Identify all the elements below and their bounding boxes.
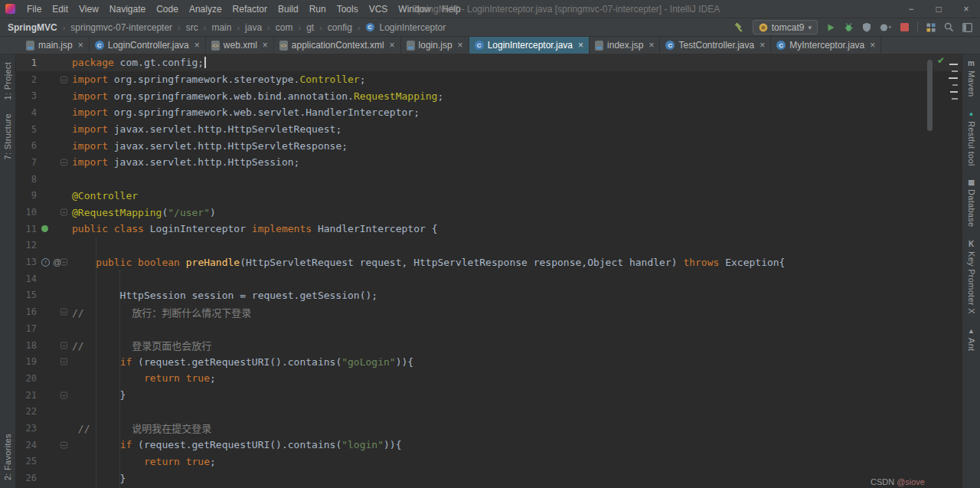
close-tab-icon[interactable]: × xyxy=(760,41,765,50)
code-text[interactable]: import javax.servlet.http.HttpServletReq… xyxy=(72,123,341,135)
code-text[interactable]: // 放行：判断什么情况下登录 xyxy=(72,305,251,319)
fold-marker-icon[interactable]: − xyxy=(60,159,67,165)
code-text[interactable]: if (request.getRequestURI().contains("go… xyxy=(72,356,413,368)
menu-run[interactable]: Run xyxy=(304,2,332,17)
code-text[interactable]: import javax.servlet.http.HttpSession; xyxy=(72,156,299,168)
coverage-icon[interactable] xyxy=(862,22,871,32)
breadcrumb-item-logininterceptor[interactable]: LoginInterceptor xyxy=(380,22,446,33)
code-text[interactable]: public class LoginInterceptor implements… xyxy=(72,223,437,234)
code-text[interactable]: // 登录页面也会放行 xyxy=(72,338,211,352)
menu-vcs[interactable]: VCS xyxy=(364,2,394,17)
run-icon[interactable] xyxy=(826,23,835,32)
fold-marker-icon[interactable]: − xyxy=(60,209,67,216)
services-icon[interactable] xyxy=(926,23,936,32)
fold-marker-icon[interactable]: − xyxy=(60,309,67,316)
tab-myinterceptor-java[interactable]: MyInterceptor.java× xyxy=(771,37,881,54)
line-number: 26 xyxy=(16,473,37,483)
tool-button-1-project[interactable]: 1: Project xyxy=(3,62,12,100)
menu-code[interactable]: Code xyxy=(151,2,184,17)
profiler-icon[interactable] xyxy=(880,23,892,32)
close-tab-icon[interactable]: × xyxy=(458,41,463,50)
debug-icon[interactable] xyxy=(844,22,854,32)
tab-logininterceptor-java[interactable]: LoginInterceptor.java× xyxy=(469,37,590,54)
code-text[interactable]: } xyxy=(72,389,126,401)
minimize-icon[interactable]: − xyxy=(897,0,925,18)
tab-login-jsp[interactable]: login.jsp× xyxy=(401,37,469,54)
close-tab-icon[interactable]: × xyxy=(390,41,395,50)
tab-logincontroller-java[interactable]: LoginController.java× xyxy=(90,37,206,54)
close-icon[interactable]: × xyxy=(952,0,980,18)
fold-marker-icon[interactable]: − xyxy=(60,391,67,398)
override-method-icon[interactable]: ↑ xyxy=(41,258,50,267)
inspections-ok-icon[interactable]: ✔ xyxy=(937,55,945,66)
tool-button-database[interactable]: ▤Database xyxy=(967,178,976,228)
breadcrumb-item-config[interactable]: config xyxy=(328,22,352,33)
run-config-select[interactable]: tomcat9 ▾ xyxy=(753,20,818,34)
fold-marker-icon[interactable]: − xyxy=(60,76,67,83)
build-hammer-icon[interactable] xyxy=(733,22,744,33)
code-text[interactable]: import org.springframework.stereotype.Co… xyxy=(72,74,366,85)
code-text[interactable]: @Controller xyxy=(72,190,138,201)
code-text[interactable]: // 说明我在提交登录 xyxy=(72,421,211,435)
close-tab-icon[interactable]: × xyxy=(263,41,268,50)
breadcrumb-item-com[interactable]: com xyxy=(276,22,293,33)
tool-button-ant[interactable]: ▲Ant xyxy=(967,327,976,351)
scrollbar[interactable] xyxy=(927,60,933,131)
menu-build[interactable]: Build xyxy=(273,2,304,17)
stop-icon[interactable] xyxy=(900,23,909,31)
breadcrumb-item-springmvc[interactable]: SpringMVC xyxy=(8,22,57,33)
maximize-icon[interactable]: □ xyxy=(925,0,952,18)
code-text[interactable]: HttpSession session = request.getSession… xyxy=(72,290,377,301)
code-text[interactable]: return true; xyxy=(72,456,216,467)
search-everywhere-icon[interactable] xyxy=(944,22,954,32)
tab-applicationcontext-xml[interactable]: applicationContext.xml× xyxy=(274,37,401,54)
breadcrumb-separator: › xyxy=(204,23,207,32)
tool-button-restful-tool[interactable]: ●Restful tool xyxy=(967,110,976,166)
tab-testcontroller-java[interactable]: TestController.java× xyxy=(660,37,771,54)
gutter xyxy=(37,104,72,121)
breadcrumb-item-src[interactable]: src xyxy=(186,22,198,33)
class-file-icon xyxy=(776,41,786,50)
tool-button-maven[interactable]: mMaven xyxy=(967,60,976,97)
fold-marker-icon[interactable]: − xyxy=(60,359,67,365)
tab-index-jsp[interactable]: index.jsp× xyxy=(590,37,660,54)
menu-navigate[interactable]: Navigate xyxy=(104,2,151,17)
code-text[interactable]: } xyxy=(72,473,126,484)
code-text[interactable]: public boolean preHandle(HttpServletRequ… xyxy=(72,257,785,268)
jsp-file-icon xyxy=(407,41,415,51)
breadcrumb-item-main[interactable]: main xyxy=(211,22,231,33)
code-text[interactable]: import org.springframework.web.bind.anno… xyxy=(72,90,443,102)
tool-button-7-structure[interactable]: 7: Structure xyxy=(3,113,12,159)
tab-main-jsp[interactable]: main.jsp× xyxy=(21,37,90,54)
code-text[interactable]: @RequestMapping("/user") xyxy=(72,207,216,218)
close-tab-icon[interactable]: × xyxy=(78,41,83,50)
close-tab-icon[interactable]: × xyxy=(648,41,654,50)
close-tab-icon[interactable]: × xyxy=(578,41,583,50)
breadcrumb: SpringMVC›springmvc-07-intercepter›src›m… xyxy=(8,22,446,33)
breadcrumb-item-java[interactable]: java xyxy=(245,22,262,33)
menu-tools[interactable]: Tools xyxy=(332,2,364,17)
code-text[interactable]: package com.gt.config; xyxy=(72,57,206,68)
breadcrumb-item-springmvc-07-intercepter[interactable]: springmvc-07-intercepter xyxy=(70,22,172,33)
tab-web-xml[interactable]: web.xml× xyxy=(206,37,274,54)
menu-view[interactable]: View xyxy=(74,2,104,17)
tool-button-2-favorites[interactable]: 2: Favorites xyxy=(3,434,12,480)
fold-marker-icon[interactable]: − xyxy=(60,259,67,266)
fold-marker-icon[interactable]: − xyxy=(60,441,67,448)
code-text[interactable]: if (request.getRequestURI().contains("lo… xyxy=(72,439,402,450)
spring-bean-icon[interactable] xyxy=(41,225,48,232)
menu-edit[interactable]: Edit xyxy=(47,2,74,17)
menu-file[interactable]: File xyxy=(21,2,47,17)
menu-refactor[interactable]: Refactor xyxy=(227,2,273,17)
breadcrumb-item-gt[interactable]: gt xyxy=(306,22,314,33)
close-tab-icon[interactable]: × xyxy=(870,41,875,50)
menu-analyze[interactable]: Analyze xyxy=(184,2,227,17)
code-text[interactable]: return true; xyxy=(72,372,216,384)
fold-marker-icon[interactable]: − xyxy=(60,342,67,349)
layout-icon[interactable] xyxy=(962,23,972,32)
tool-button-label: Restful tool xyxy=(967,121,976,166)
code-text[interactable]: import javax.servlet.http.HttpServletRes… xyxy=(72,140,348,152)
code-text[interactable]: import org.springframework.web.servlet.H… xyxy=(72,106,420,118)
tool-button-key-promoter-x[interactable]: KKey Promoter X xyxy=(967,241,976,314)
close-tab-icon[interactable]: × xyxy=(194,41,200,50)
